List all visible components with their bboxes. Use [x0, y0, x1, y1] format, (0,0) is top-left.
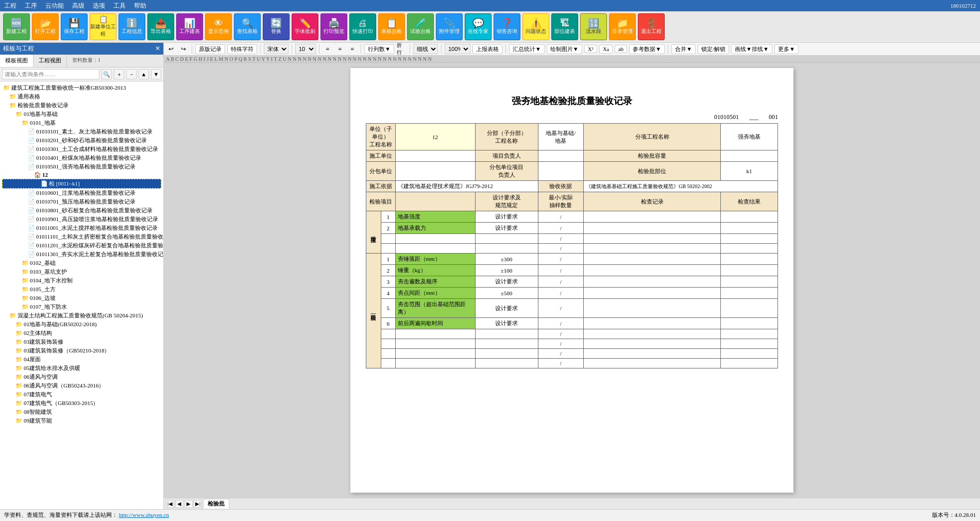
menu-item-process[interactable]: 工序	[25, 2, 37, 10]
stats-button[interactable]: 汇总统计▼	[509, 44, 545, 54]
menu-item-options[interactable]: 选项	[93, 2, 105, 10]
tree-item-5[interactable]: 📄01010101_素土、灰土地基检验批质量验收记录	[2, 127, 161, 136]
down-button[interactable]: ▼	[151, 69, 161, 79]
table-ledger-button[interactable]: 📋 表格台账	[378, 13, 405, 40]
ab-button[interactable]: ab	[615, 45, 627, 53]
tree-item-33[interactable]: 📁06通风与空调	[2, 373, 161, 381]
tree-item-26[interactable]: 📁混凝土结构工程施工质量验收规范(GB 50204-2015)	[2, 311, 161, 320]
new-unit-button[interactable]: 📋 新建单位工程	[90, 13, 116, 40]
lock-button[interactable]: 锁定/解锁	[698, 44, 729, 54]
undo-button[interactable]: ↩	[166, 44, 176, 54]
tree-item-25[interactable]: 📁0107_地下防水	[2, 302, 161, 311]
menu-item-tools[interactable]: 工具	[113, 2, 126, 10]
menu-item-project[interactable]: 工程	[4, 2, 16, 10]
build-table-button[interactable]: 📊 工序建表	[176, 13, 203, 40]
tree-item-22[interactable]: 📁0104_地下水控制	[2, 276, 161, 285]
search-input[interactable]	[2, 69, 99, 79]
flow-segment-button[interactable]: 🔢 流水段	[580, 13, 607, 40]
sales-consult-button[interactable]: ❓ 销售咨询	[494, 13, 520, 40]
tree-item-19[interactable]: 📄01011301_夯实水泥土桩复合地基检验批质量验收记录	[2, 250, 161, 259]
fold-button[interactable]: 折行	[396, 44, 407, 54]
tree-item-16[interactable]: 📄01011001_水泥土搅拌桩地基检验批质量验收记录	[2, 224, 161, 232]
row-col-button[interactable]: 行列数▼	[364, 44, 394, 54]
export-table-button[interactable]: 📤 导出表格	[147, 13, 174, 40]
tree-item-27[interactable]: 📁01地基与基础(GB50202-2018)	[2, 320, 161, 329]
tree-item-3[interactable]: 📁01地基与基础	[2, 110, 161, 119]
tree-item-0[interactable]: 📁建筑工程施工质量验收统一标准GB50300-2013	[2, 83, 161, 92]
font-select[interactable]: 宋体	[264, 44, 289, 54]
more-button[interactable]: 更多▼	[774, 44, 799, 54]
tab-template-view[interactable]: 模板视图	[0, 55, 33, 67]
tree-item-21[interactable]: 📁0103_基坑支护	[2, 267, 161, 276]
tree-item-36[interactable]: 📁07建筑电气（GB50303-2015）	[2, 399, 161, 408]
tree-item-29[interactable]: 📁03建筑装饰装修	[2, 338, 161, 346]
tree-item-14[interactable]: 📄01010801_砂石桩复合地基检验批质量验收记录	[2, 206, 161, 215]
draw-img-button[interactable]: 绘制图片▼	[547, 44, 582, 54]
tree-item-30[interactable]: 📁03建筑装饰装修（GB50210-2018）	[2, 346, 161, 355]
tree-item-20[interactable]: 📁0102_基础	[2, 259, 161, 267]
tree-item-34[interactable]: 📁06通风与空调（GB50243-2016）	[2, 381, 161, 390]
project-info-button[interactable]: ℹ️ 工程信息	[119, 13, 145, 40]
tree-item-37[interactable]: 📁08智能建筑	[2, 408, 161, 416]
tree-item-2[interactable]: 📁检验批质量验收记录	[2, 101, 161, 110]
replace-button[interactable]: 🔄 替换	[263, 13, 290, 40]
tree-item-17[interactable]: 📄01011101_土和灰土挤密桩复合地基检验批质量验收记录	[2, 232, 161, 241]
original-record-button[interactable]: 原版记录	[195, 44, 225, 54]
online-expert-button[interactable]: 💬 在线专家	[465, 13, 492, 40]
tree-item-9[interactable]: 📄01010501_强夯地基检验批质量验收记录	[2, 162, 161, 171]
open-project-button[interactable]: 📂 打开工程	[32, 13, 59, 40]
tree-item-10[interactable]: 🏠12	[2, 171, 161, 179]
tree-item-24[interactable]: 📁0106_边坡	[2, 294, 161, 302]
align-center-icon[interactable]: ≡	[335, 44, 345, 54]
tree-item-11[interactable]: 📄检 [0011~k1]	[2, 179, 161, 189]
tree-item-31[interactable]: 📁04屋面	[2, 355, 161, 364]
sheet-nav-first[interactable]: |◀	[166, 500, 174, 508]
tree-item-6[interactable]: 📄01010201_砂和砂石地基检验批质量验收记录	[2, 136, 161, 145]
align-right-icon[interactable]: ≡	[347, 44, 358, 54]
tree-item-35[interactable]: 📁07建筑电气	[2, 390, 161, 399]
ref-data-button[interactable]: 参考数据▼	[629, 44, 665, 54]
menu-item-cloud[interactable]: 云功能	[45, 2, 64, 10]
redo-button[interactable]: ↪	[178, 44, 189, 54]
attachment-button[interactable]: 📎 附件管理	[436, 13, 463, 40]
tree-item-8[interactable]: 📄01010401_粉煤灰地基检验批质量验收记录	[2, 154, 161, 162]
new-project-button[interactable]: 🆕 新建工程	[3, 13, 30, 40]
font-size-select[interactable]: 10	[295, 44, 316, 54]
catalog-manage-button[interactable]: 📁 目录管理	[609, 13, 636, 40]
menu-item-help[interactable]: 帮助	[134, 2, 146, 10]
content-area[interactable]: 强夯地基检验批质量验收记录 01010501 ___ 001	[164, 63, 980, 498]
sheet-nav-next[interactable]: ▶	[184, 500, 193, 508]
subscript-button[interactable]: X₂	[599, 45, 613, 54]
superscript-button[interactable]: X²	[584, 45, 597, 53]
upload-table-button[interactable]: 上报表格	[472, 44, 502, 54]
align-left-icon[interactable]: ≡	[323, 44, 333, 54]
tree-item-32[interactable]: 📁05建筑给水排水及供暖	[2, 364, 161, 373]
exit-project-button[interactable]: 🚪 退出工程	[638, 13, 665, 40]
tree-item-7[interactable]: 📄01010301_土工合成材料地基检验批质量验收记录	[2, 145, 161, 154]
tree-item-38[interactable]: 📁09建筑节能	[2, 416, 161, 425]
tree-item-23[interactable]: 📁0105_土方	[2, 285, 161, 294]
save-project-button[interactable]: 💾 保存工程	[61, 13, 88, 40]
tree-item-1[interactable]: 📁通用表格	[2, 92, 161, 101]
tree-item-15[interactable]: 📄01010901_高压旋喷注浆地基检验批质量验收记录	[2, 215, 161, 224]
search-button[interactable]: 🔍	[102, 69, 112, 79]
up-button[interactable]: ▲	[139, 69, 149, 79]
tree-item-18[interactable]: 📄01011201_水泥粉煤灰碎石桩复合地基检验批质量验收记录	[2, 241, 161, 250]
tab-project-view[interactable]: 工程视图	[33, 55, 67, 67]
merge-button[interactable]: 合并▼	[671, 44, 696, 54]
panel-close-icon[interactable]: ✕	[155, 45, 160, 53]
issue-status-button[interactable]: ⚠️ 问题状态	[522, 13, 549, 40]
sheet-tab-inspection[interactable]: 检验批	[203, 499, 229, 509]
find-table-button[interactable]: 🔍 查找表格	[234, 13, 261, 40]
tree-item-13[interactable]: 📄01010701_预压地基检验批质量验收记录	[2, 197, 161, 206]
zoom-select[interactable]: 100%	[445, 44, 470, 54]
border-button[interactable]: 画线▼排线▼	[731, 44, 772, 54]
menu-item-advanced[interactable]: 高级	[72, 2, 85, 10]
sheet-nav-prev[interactable]: ◀	[175, 500, 183, 508]
print-preview-button[interactable]: 🖨️ 打印预览	[320, 13, 347, 40]
test-ledger-button[interactable]: 🧪 试验台账	[407, 13, 434, 40]
sheet-nav-last[interactable]: ▶|	[194, 500, 202, 508]
show-example-button[interactable]: 👁 显示范例	[205, 13, 232, 40]
special-char-button[interactable]: 特殊字符	[227, 44, 257, 54]
line-style-select[interactable]: 细线	[413, 44, 438, 54]
